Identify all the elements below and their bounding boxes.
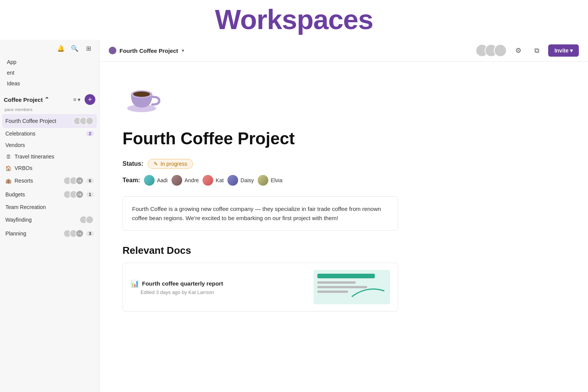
team-avatar (144, 175, 155, 186)
status-icon: ✎ (154, 161, 158, 167)
sidebar-item-app[interactable]: App (3, 57, 96, 67)
header-project-name[interactable]: Fourth Coffee Project (119, 47, 178, 54)
top-banner: Workspaces (0, 0, 588, 40)
doc-title-row: 📊 Fourth coffee quarterly report (131, 279, 223, 288)
search-icon[interactable]: 🔍 (70, 44, 79, 53)
calendar-icon: 🗓 (5, 154, 11, 160)
team-member-andre: Andre (172, 175, 199, 186)
team-avatar (172, 175, 182, 186)
avatar-stack: +2 (63, 176, 84, 185)
avatar-stack: +1 (63, 229, 84, 238)
item-badge: 3 (86, 231, 94, 236)
team-member-name: Daisy (240, 177, 254, 183)
svg-rect-6 (317, 286, 367, 288)
doc-meta: Edited 3 days ago by Kat Larrson (131, 289, 223, 295)
item-badge: 1 (86, 192, 94, 197)
item-label: Budgets (5, 191, 25, 198)
project-title: Fourth Coffee Project (122, 129, 565, 148)
workspace-chevron-icon: ⌃ (44, 96, 49, 103)
sidebar-item-celebrations[interactable]: Celebrations 2 (2, 128, 97, 139)
sidebar-top-icons: 🔔 🔍 ⊞ (0, 40, 99, 57)
doc-info: 📊 Fourth coffee quarterly report Edited … (131, 279, 223, 295)
team-avatar (258, 175, 268, 186)
workspace-badge (109, 47, 116, 54)
header-avatars (475, 44, 507, 57)
list-item-right: +5 1 (63, 190, 94, 199)
sidebar-item-vendors[interactable]: Vendors (2, 139, 97, 151)
home-icon: 🏠 (5, 165, 11, 171)
workspace-title-text: Coffee Project (4, 96, 43, 103)
list-item-left: Budgets (5, 191, 25, 198)
list-item-left: Celebrations (5, 131, 36, 137)
item-label: Team Recreation (5, 204, 46, 210)
sidebar-item-ideas[interactable]: Ideas (3, 78, 96, 89)
list-item-left: Fourth Coffee Project (5, 118, 56, 124)
main-layout: 🔔 🔍 ⊞ App ent Ideas Coffee Project ⌃ ≡ ▾… (0, 40, 588, 392)
avatar-stack (79, 216, 94, 224)
list-item-right: +1 3 (63, 229, 94, 238)
sidebar-item-team-recreation[interactable]: Team Recreation (2, 201, 97, 213)
item-label: Resorts (15, 178, 33, 184)
coffee-cup-svg (122, 77, 161, 115)
main-content: Fourth Coffee Project Status: ✎ In progr… (100, 62, 588, 392)
sidebar-item-ent[interactable]: ent (3, 67, 96, 78)
svg-rect-4 (317, 274, 375, 278)
workspace-add-button[interactable]: + (85, 94, 95, 105)
list-item-left: Vendors (5, 142, 25, 148)
list-item-right: +2 6 (63, 176, 94, 185)
workspace-title[interactable]: Coffee Project ⌃ (4, 96, 49, 103)
resort-icon: 🏨 (5, 178, 11, 184)
header-avatar[interactable] (494, 44, 507, 57)
item-label: VRBOs (15, 165, 33, 171)
item-label: Vendors (5, 142, 25, 148)
notification-icon[interactable]: 🔔 (56, 44, 65, 53)
avatar (85, 117, 94, 125)
svg-rect-7 (317, 291, 348, 293)
team-avatar (227, 175, 238, 186)
team-member-kat: Kat (203, 175, 224, 186)
status-badge[interactable]: ✎ In progress (148, 159, 193, 169)
copy-icon-button[interactable]: ⧉ (530, 44, 544, 57)
item-label: Travel Itineraries (15, 154, 54, 160)
description-box: Fourth Coffee is a growing new coffee co… (122, 196, 398, 231)
description-text: Fourth Coffee is a growing new coffee co… (132, 206, 381, 221)
sidebar-item-travel-itineraries[interactable]: 🗓 Travel Itineraries (2, 151, 97, 162)
item-badge: 2 (86, 131, 94, 136)
doc-title: Fourth coffee quarterly report (142, 280, 223, 287)
sidebar-list: Fourth Coffee Project Celebrations 2 (0, 114, 99, 240)
team-member-name: Aadi (157, 177, 168, 183)
status-value: In progress (160, 161, 187, 167)
grid-icon[interactable]: ⊞ (84, 44, 93, 53)
team-member-name: Kat (216, 177, 224, 183)
relevant-docs-title: Relevant Docs (122, 245, 565, 256)
header-dropdown-icon[interactable]: ▾ (182, 48, 184, 53)
svg-rect-5 (317, 281, 356, 284)
sidebar-workspace-header: Coffee Project ⌃ ≡ ▾ + (0, 90, 99, 106)
list-item-left: Wayfinding (5, 217, 32, 223)
sidebar-item-planning[interactable]: Planning +1 3 (2, 227, 97, 240)
workspace-menu-button[interactable]: ≡ ▾ (71, 96, 82, 103)
apps-icon-button[interactable]: ⚙ (511, 44, 525, 57)
team-member-aadi: Aadi (144, 175, 168, 186)
doc-icon: 📊 (131, 279, 139, 288)
team-member-name: Andre (185, 177, 199, 183)
sidebar-item-wayfinding[interactable]: Wayfinding (2, 213, 97, 227)
sidebar-item-budgets[interactable]: Budgets +5 1 (2, 188, 97, 201)
team-member-elvia: Elvia (258, 175, 282, 186)
sidebar: 🔔 🔍 ⊞ App ent Ideas Coffee Project ⌃ ≡ ▾… (0, 40, 100, 392)
project-icon (122, 77, 565, 123)
sidebar-item-fourth-coffee-project[interactable]: Fourth Coffee Project (2, 114, 97, 128)
invite-dropdown-icon: ▾ (570, 47, 573, 54)
sidebar-members-label: pace members (0, 106, 99, 114)
item-label: Celebrations (5, 131, 36, 137)
doc-card[interactable]: 📊 Fourth coffee quarterly report Edited … (122, 263, 398, 312)
header-left: Fourth Coffee Project ▾ (109, 47, 184, 54)
header-right: ⚙ ⧉ Invite ▾ (475, 44, 579, 57)
list-item-left: 🏠 VRBOs (5, 165, 33, 171)
sidebar-item-resorts[interactable]: 🏨 Resorts +2 6 (2, 174, 97, 188)
team-row: Team: Aadi Andre Kat Daisy (122, 175, 565, 186)
status-label: Status: (122, 160, 143, 167)
invite-button[interactable]: Invite ▾ (548, 44, 579, 57)
sidebar-item-vrbos[interactable]: 🏠 VRBOs (2, 162, 97, 174)
avatar: +5 (75, 190, 84, 199)
